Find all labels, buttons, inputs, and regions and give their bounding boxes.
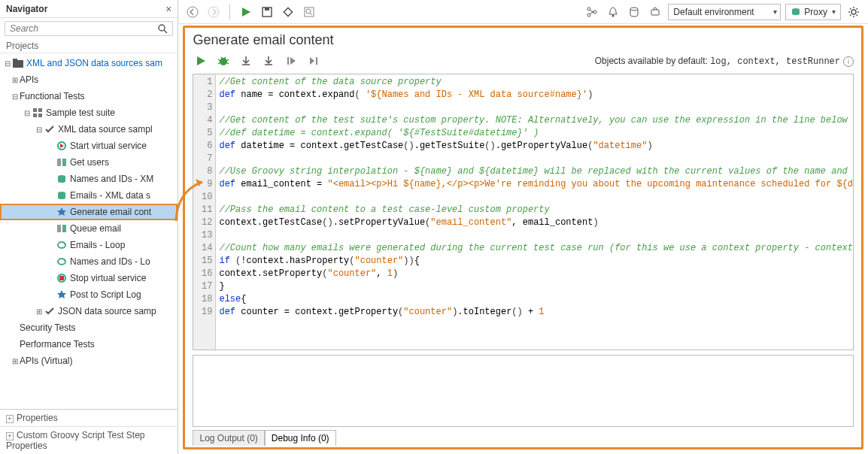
step-into-button[interactable] xyxy=(260,53,277,69)
svg-line-47 xyxy=(850,14,851,16)
tree-item[interactable]: Post to Script Log xyxy=(0,286,178,303)
tab-debug-info[interactable]: Debug Info (0) xyxy=(265,430,336,446)
search-button[interactable] xyxy=(301,4,317,20)
svg-rect-18 xyxy=(62,225,66,232)
svg-line-1 xyxy=(164,30,167,33)
output-tabs: Log Output (0) Debug Info (0) xyxy=(193,430,854,446)
svg-line-53 xyxy=(226,62,229,64)
properties-panel[interactable]: +Properties xyxy=(0,410,178,426)
objects-hint: Objects available by default: log, conte… xyxy=(328,56,854,67)
search-input[interactable] xyxy=(10,23,157,34)
info-icon[interactable]: i xyxy=(843,56,854,67)
svg-point-23 xyxy=(187,7,198,17)
skip-button[interactable] xyxy=(305,53,322,69)
svg-rect-36 xyxy=(651,10,659,15)
svg-line-48 xyxy=(857,8,858,10)
svg-point-33 xyxy=(593,11,596,14)
tree-item[interactable]: Names and IDs - XM xyxy=(0,171,178,187)
service-icon xyxy=(56,140,68,152)
svg-line-50 xyxy=(218,59,220,61)
proxy-icon xyxy=(791,8,801,17)
tree-item[interactable]: ⊞APIs (Virtual) xyxy=(0,353,178,369)
tree-item[interactable]: Stop virtual service xyxy=(0,270,178,286)
tree-item[interactable]: Emails - XML data s xyxy=(0,187,178,204)
back-button[interactable] xyxy=(184,4,201,20)
svg-rect-17 xyxy=(57,225,61,232)
forward-button[interactable] xyxy=(205,4,222,20)
virt-icon[interactable] xyxy=(647,4,663,20)
step-over-button[interactable] xyxy=(238,53,254,69)
svg-rect-7 xyxy=(38,114,42,117)
check-icon xyxy=(44,123,56,135)
svg-line-54 xyxy=(221,57,223,59)
tree-item[interactable]: ⊟Sample test suite xyxy=(0,104,178,121)
svg-point-40 xyxy=(851,10,856,14)
editor-toolbar: Objects available by default: log, conte… xyxy=(185,50,861,74)
folder-icon xyxy=(12,57,24,69)
tree-item[interactable]: Performance Tests xyxy=(0,336,178,353)
proxy-button[interactable]: Proxy xyxy=(785,4,841,20)
tree-item-selected[interactable]: Generate email cont xyxy=(0,204,178,220)
tree-item[interactable]: ⊞JSON data source samp xyxy=(0,303,178,319)
star-icon xyxy=(56,289,68,301)
svg-rect-6 xyxy=(33,114,37,117)
svg-line-52 xyxy=(218,62,220,64)
svg-line-46 xyxy=(857,14,858,16)
database-icon[interactable] xyxy=(626,4,642,20)
svg-point-16 xyxy=(58,196,65,199)
run-script-button[interactable] xyxy=(193,53,209,69)
save-button[interactable] xyxy=(259,4,275,20)
debug-button[interactable] xyxy=(215,53,232,69)
bottom-panels: +Properties +Custom Groovy Script Test S… xyxy=(0,409,178,454)
tree-item[interactable]: ⊟Functional Tests xyxy=(0,88,178,104)
svg-rect-4 xyxy=(33,108,37,112)
code-editor[interactable]: 12345678910111213141516171819 //Get cont… xyxy=(193,74,854,350)
tree-item[interactable]: Queue email xyxy=(0,220,178,237)
run-button[interactable] xyxy=(238,4,254,20)
project-tree: ⊟XML and JSON data sources sam ⊞APIs ⊟Fu… xyxy=(0,53,178,409)
tree-root[interactable]: ⊟XML and JSON data sources sam xyxy=(0,55,178,71)
search-icon[interactable] xyxy=(157,23,168,34)
tree-item[interactable]: ⊞APIs xyxy=(0,71,178,88)
svg-point-39 xyxy=(792,12,800,15)
svg-rect-26 xyxy=(265,8,269,11)
check-icon xyxy=(44,305,56,317)
environment-select[interactable]: Default environment xyxy=(668,4,781,20)
diamond-button[interactable] xyxy=(280,4,296,20)
bell-icon[interactable] xyxy=(605,4,621,20)
projects-label: Projects xyxy=(0,39,178,53)
svg-line-51 xyxy=(226,59,229,61)
tree-item[interactable]: Get users xyxy=(0,154,178,171)
branch-icon[interactable] xyxy=(584,4,600,20)
code-lines[interactable]: //Get content of the data source propert… xyxy=(216,74,853,350)
svg-point-49 xyxy=(220,58,227,65)
gear-icon[interactable] xyxy=(845,4,862,20)
loop-icon xyxy=(56,256,68,268)
h-scrollbar[interactable]: ◢ xyxy=(193,350,853,350)
request-icon xyxy=(56,156,68,168)
tree-item[interactable]: Start virtual service xyxy=(0,138,178,154)
tree-item[interactable]: Security Tests xyxy=(0,319,178,336)
loop-icon xyxy=(56,239,68,251)
tree-item[interactable]: Names and IDs - Lo xyxy=(0,253,178,270)
tree-item[interactable]: ⊟XML data source sampl xyxy=(0,121,178,138)
svg-rect-3 xyxy=(13,59,17,62)
tree-item[interactable]: Emails - Loop xyxy=(0,237,178,253)
close-icon[interactable]: × xyxy=(165,3,171,15)
suite-icon xyxy=(32,107,44,119)
svg-point-19 xyxy=(58,242,65,248)
custom-props-panel[interactable]: +Custom Groovy Script Test Step Properti… xyxy=(0,426,178,454)
resume-button[interactable] xyxy=(283,53,299,69)
tab-log-output[interactable]: Log Output (0) xyxy=(193,430,264,446)
output-area[interactable] xyxy=(193,355,854,427)
request-icon xyxy=(56,222,68,235)
search-box[interactable] xyxy=(5,21,173,36)
line-gutter: 12345678910111213141516171819 xyxy=(193,74,216,350)
datasource-icon xyxy=(56,173,68,185)
star-icon xyxy=(56,206,68,218)
svg-point-0 xyxy=(159,25,165,31)
svg-rect-5 xyxy=(38,108,42,112)
editor-panel: Default environment Proxy Generate email… xyxy=(178,0,868,454)
svg-rect-58 xyxy=(287,57,289,65)
svg-rect-10 xyxy=(62,159,66,166)
